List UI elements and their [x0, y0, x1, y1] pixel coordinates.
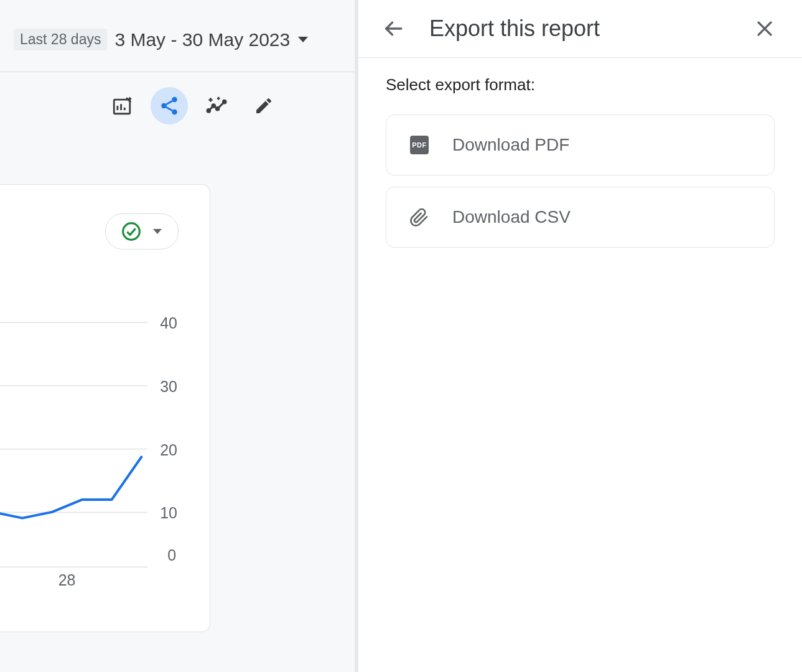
- back-button[interactable]: [378, 14, 408, 44]
- caret-down-icon: [297, 36, 309, 44]
- close-icon: [755, 19, 774, 38]
- chart-series-line: [0, 457, 141, 518]
- svg-point-6: [172, 110, 177, 115]
- date-row: Last 28 days 3 May - 30 May 2023: [0, 0, 355, 72]
- customize-report-icon: [111, 95, 133, 116]
- chart-gridlines: [0, 322, 147, 567]
- svg-point-11: [216, 108, 218, 110]
- export-prompt: Select export format:: [386, 75, 775, 95]
- svg-point-9: [207, 110, 210, 112]
- line-chart: 40 30 20 10 0 28: [0, 185, 210, 632]
- panel-title: Export this report: [429, 16, 750, 42]
- y-tick-20: 20: [160, 441, 177, 459]
- export-panel: Export this report Select export format:…: [358, 0, 802, 672]
- close-button[interactable]: [750, 14, 780, 44]
- svg-point-12: [223, 100, 225, 103]
- svg-point-10: [212, 105, 215, 107]
- pencil-icon: [254, 96, 274, 116]
- date-range-picker[interactable]: 3 May - 30 May 2023: [114, 29, 309, 50]
- panel-header: Export this report: [358, 0, 802, 58]
- y-tick-0: 0: [167, 546, 176, 564]
- y-tick-40: 40: [160, 314, 177, 332]
- pdf-icon: PDF: [409, 134, 430, 156]
- customize-report-button[interactable]: [103, 87, 141, 124]
- insights-icon: [205, 94, 228, 118]
- svg-line-8: [166, 107, 172, 111]
- svg-line-7: [166, 101, 172, 105]
- report-area: Last 28 days 3 May - 30 May 2023: [0, 0, 358, 672]
- chart-card: 40 30 20 10 0 28: [0, 184, 210, 632]
- panel-body: Select export format: PDF Download PDF D…: [358, 58, 802, 276]
- y-tick-10: 10: [160, 504, 177, 521]
- attachment-icon: [409, 207, 430, 228]
- report-toolbar: [0, 72, 355, 149]
- y-tick-30: 30: [160, 378, 177, 395]
- svg-point-4: [172, 97, 177, 103]
- export-option-label: Download CSV: [452, 207, 571, 227]
- export-option-label: Download PDF: [452, 135, 569, 155]
- share-icon: [159, 95, 180, 116]
- share-button[interactable]: [151, 87, 188, 124]
- arrow-left-icon: [383, 18, 404, 39]
- edit-button[interactable]: [245, 87, 282, 124]
- svg-point-5: [161, 103, 167, 109]
- date-preset-badge: Last 28 days: [14, 29, 107, 50]
- insights-button[interactable]: [198, 87, 235, 124]
- x-tick-28: 28: [58, 571, 76, 589]
- export-option-pdf[interactable]: PDF Download PDF: [386, 114, 775, 175]
- date-range-label: 3 May - 30 May 2023: [114, 29, 290, 50]
- export-option-csv[interactable]: Download CSV: [386, 187, 775, 248]
